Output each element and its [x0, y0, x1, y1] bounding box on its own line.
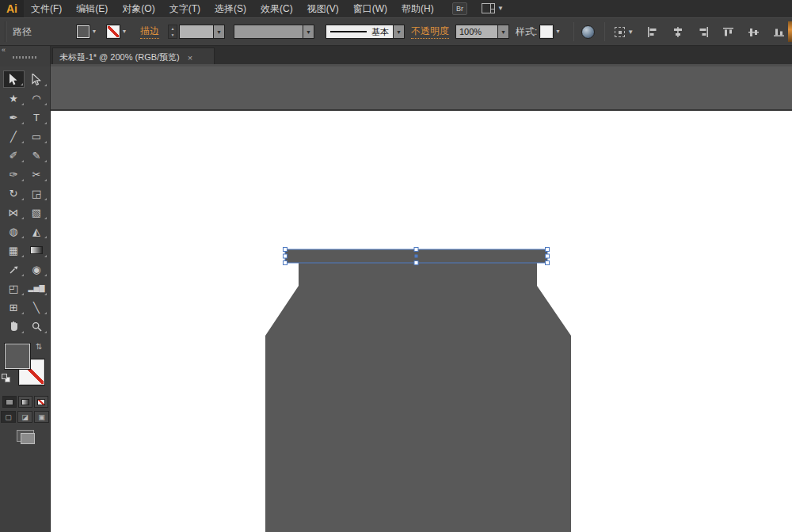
swap-fill-stroke-icon[interactable]: ⇄ [35, 343, 44, 349]
draw-behind-button[interactable]: ◪ [17, 411, 32, 423]
magic-wand-tool[interactable]: ★ [3, 89, 25, 107]
selection-type-label: 路径 [13, 25, 32, 39]
free-transform-tool[interactable]: ▧ [26, 203, 48, 221]
variable-width-profile-dropdown[interactable]: ▼ [234, 25, 314, 39]
draw-normal-button[interactable]: ▢ [1, 411, 16, 423]
scale-tool[interactable]: ◲ [26, 184, 48, 202]
color-mode-button[interactable] [2, 396, 17, 408]
align-vertical-center-button[interactable] [748, 26, 760, 37]
artboard-tool[interactable]: ⊞ [3, 298, 25, 316]
shape-builder-tool[interactable]: ◍ [3, 222, 25, 240]
chevron-down-icon[interactable]: ▼ [214, 25, 225, 39]
fill-mode-buttons [0, 396, 50, 408]
hand-tool[interactable] [3, 317, 25, 335]
jar-shape[interactable] [265, 263, 571, 532]
document-tab[interactable]: 未标题-1* @ 200% (RGB/预览) × [52, 48, 215, 66]
chevron-down-icon[interactable]: ▼ [553, 25, 562, 38]
panel-drag-grip[interactable] [13, 56, 38, 59]
stepper-up-icon[interactable]: ▲ [169, 25, 177, 32]
align-right-button[interactable] [697, 26, 710, 37]
menu-effect[interactable]: 效果(C) [253, 0, 300, 17]
align-bottom-button[interactable] [773, 26, 786, 37]
draw-inside-button[interactable]: ▣ [34, 411, 49, 423]
width-tool[interactable]: ⋈ [3, 203, 25, 221]
menu-select[interactable]: 选择(S) [208, 0, 253, 17]
tools-panel-header[interactable]: « [0, 46, 51, 66]
chevron-down-icon: ▼ [497, 5, 504, 12]
stroke-panel-link[interactable]: 描边 [140, 25, 159, 39]
tab-strip: « 未标题-1* @ 200% (RGB/预览) × [0, 46, 792, 66]
lasso-tool[interactable]: ◠ [26, 89, 48, 107]
column-graph-tool[interactable]: ▂▅▇ [26, 279, 48, 297]
perspective-grid-tool[interactable]: ◭ [26, 222, 48, 240]
canvas-area[interactable] [51, 66, 792, 532]
style-label: 样式: [516, 25, 537, 39]
graphic-style-swatch[interactable] [540, 25, 553, 38]
default-fill-stroke-button[interactable] [2, 374, 11, 383]
selection-tool[interactable] [3, 70, 25, 88]
stroke-width-dropdown[interactable]: ▼ [179, 25, 225, 39]
pencil-tool[interactable]: ✎ [26, 146, 48, 164]
stroke-width-value[interactable] [179, 25, 214, 39]
eyedropper-tool[interactable] [3, 260, 25, 278]
align-horizontal-center-button[interactable] [672, 26, 684, 37]
stroke-width-stepper[interactable]: ▲ ▼ [168, 25, 177, 39]
graphic-style-widget[interactable]: ▼ [540, 25, 562, 38]
zoom-tool[interactable] [26, 317, 48, 335]
change-screen-mode-button[interactable] [17, 430, 34, 442]
illustrator-window: Ai 文件(F) 编辑(E) 对象(O) 文字(T) 选择(S) 效果(C) 视… [0, 0, 792, 532]
menu-window[interactable]: 窗口(W) [346, 0, 394, 17]
opacity-value[interactable]: 100% [455, 25, 498, 39]
collapsed-panel-sliver[interactable] [788, 21, 792, 42]
brush-definition-dropdown[interactable]: 基本 ▼ [326, 25, 405, 39]
gradient-mode-button[interactable] [18, 396, 32, 408]
menu-help[interactable]: 帮助(H) [394, 0, 441, 17]
type-tool[interactable]: T [26, 108, 48, 126]
chevron-down-icon[interactable]: ▼ [498, 25, 509, 39]
mesh-tool[interactable]: ▦ [3, 241, 25, 259]
stroke-color-widget[interactable]: ▼ [107, 25, 129, 38]
menu-object[interactable]: 对象(O) [115, 0, 162, 17]
transform-menu-button[interactable]: ▼ [615, 27, 634, 37]
chevron-down-icon[interactable]: ▼ [303, 25, 314, 39]
line-segment-tool[interactable]: ╱ [3, 127, 25, 145]
menu-type[interactable]: 文字(T) [162, 0, 208, 17]
menu-file[interactable]: 文件(F) [24, 0, 69, 17]
fill-color-swatch[interactable] [77, 25, 89, 38]
stroke-line-sample [330, 31, 367, 32]
blob-brush-tool[interactable]: ✑ [3, 165, 25, 183]
workspace-switcher-button[interactable]: ▼ [482, 3, 504, 13]
align-top-button[interactable] [722, 26, 735, 37]
direct-selection-tool[interactable] [26, 70, 48, 88]
opacity-dropdown[interactable]: 100% ▼ [455, 25, 509, 39]
menu-view[interactable]: 视图(V) [300, 0, 346, 17]
pen-tool[interactable]: ✒ [3, 108, 25, 126]
artwork-layer [51, 66, 792, 532]
rectangle-tool[interactable]: ▭ [26, 127, 48, 145]
chevron-down-icon[interactable]: ▼ [89, 25, 99, 38]
opacity-panel-link[interactable]: 不透明度 [411, 25, 449, 39]
blend-tool[interactable]: ◉ [26, 260, 48, 278]
symbol-sprayer-tool[interactable]: ◰ [3, 279, 25, 297]
none-mode-button[interactable] [34, 396, 48, 408]
go-to-bridge-button[interactable]: Br [452, 2, 467, 15]
stroke-none-swatch[interactable] [107, 25, 120, 38]
stepper-down-icon[interactable]: ▼ [169, 32, 177, 38]
align-left-button[interactable] [646, 26, 659, 37]
panel-grip[interactable] [5, 21, 6, 42]
fill-color-widget[interactable]: ▼ [77, 25, 99, 38]
slice-tool[interactable]: ╲ [26, 298, 48, 316]
fill-well[interactable] [5, 344, 30, 369]
collapse-panel-icon[interactable]: « [2, 46, 6, 54]
scissors-tool[interactable]: ✂ [26, 165, 48, 183]
gradient-tool[interactable] [26, 241, 48, 259]
rotate-tool[interactable]: ↻ [3, 184, 25, 202]
menu-edit[interactable]: 编辑(E) [69, 0, 115, 17]
paintbrush-tool[interactable]: ✐ [3, 146, 25, 164]
recolor-artwork-button[interactable] [581, 25, 595, 39]
chevron-down-icon[interactable]: ▼ [394, 25, 405, 39]
menu-items: 文件(F) 编辑(E) 对象(O) 文字(T) 选择(S) 效果(C) 视图(V… [24, 0, 441, 17]
draw-mode-buttons: ▢ ◪ ▣ [0, 411, 50, 423]
chevron-down-icon[interactable]: ▼ [120, 25, 129, 38]
close-icon[interactable]: × [188, 53, 192, 63]
